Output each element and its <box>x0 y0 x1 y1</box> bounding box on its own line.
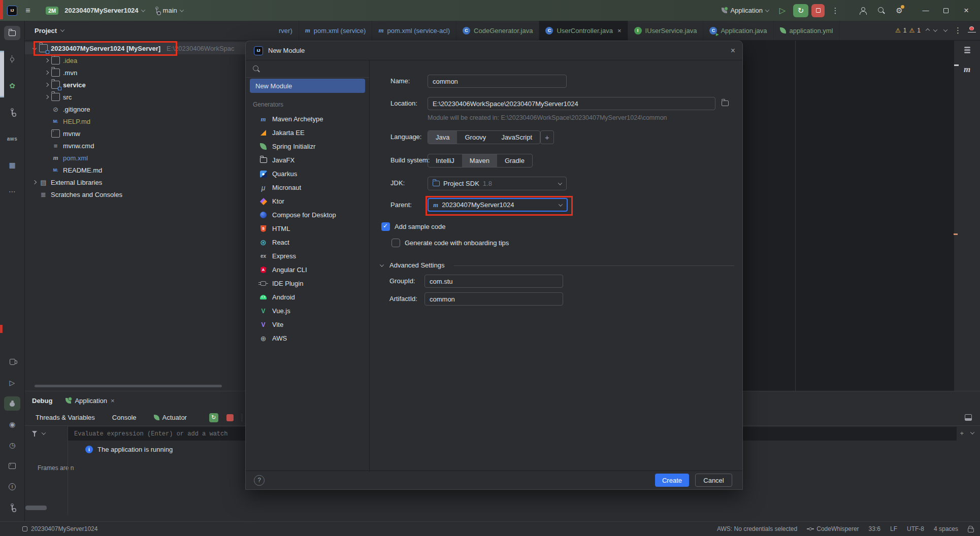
services-icon[interactable]: ◉ <box>4 417 20 431</box>
more-actions-button[interactable]: ⋮ <box>828 4 843 18</box>
run-icon[interactable]: ▷ <box>4 376 20 390</box>
run-button[interactable]: ▷ <box>775 4 790 18</box>
inspections-widget[interactable]: ⚠1 ⚠1 <box>895 27 937 34</box>
generator-item[interactable]: Compose for Desktop <box>246 208 369 222</box>
tree-chevron-icon[interactable] <box>45 83 49 87</box>
generator-item[interactable]: Android <box>246 290 369 304</box>
chevron-down-icon[interactable] <box>970 430 974 434</box>
status-item[interactable]: 4 spaces <box>934 525 958 532</box>
build-system-option[interactable]: Gradle <box>497 154 532 167</box>
debug-icon[interactable] <box>4 396 20 411</box>
notifications-bell-icon[interactable] <box>969 27 975 34</box>
add-watch-icon[interactable]: + <box>960 429 964 437</box>
branch-selector[interactable]: main <box>151 4 186 18</box>
artifactid-input[interactable] <box>424 292 563 306</box>
generator-item[interactable]: Ktor <box>246 194 369 208</box>
search-everywhere-button[interactable] <box>873 4 889 18</box>
close-session-icon[interactable]: × <box>111 397 115 405</box>
database-icon[interactable] <box>964 47 970 48</box>
stop-button[interactable] <box>811 4 825 17</box>
debug-view-tab[interactable]: Console <box>112 414 137 421</box>
tree-row[interactable]: M↓ README.md <box>25 164 269 176</box>
generator-item[interactable]: V Vue.js <box>246 304 369 318</box>
editor-tab[interactable]: C UserController.java × <box>539 21 628 40</box>
project-selector[interactable]: 20230407MyServer1024 <box>61 4 147 18</box>
generator-item[interactable]: Jakarta EE <box>246 126 369 140</box>
generator-item[interactable]: JavaFX <box>246 153 369 167</box>
tab-options-icon[interactable]: ⋮ <box>954 26 962 35</box>
add-language-button[interactable]: + <box>540 130 554 144</box>
close-window-button[interactable]: × <box>958 4 975 18</box>
tree-chevron-icon[interactable] <box>45 71 49 75</box>
debug-view-tab[interactable]: Actuator <box>154 414 187 421</box>
generator-item[interactable]: IDE Plugin <box>246 277 369 290</box>
prev-problem-icon[interactable] <box>926 28 930 32</box>
generator-item[interactable]: μ Micronaut <box>246 181 369 194</box>
commit-icon[interactable] <box>4 52 20 66</box>
language-option[interactable]: Java <box>428 131 457 144</box>
generator-item[interactable]: ⊕ AWS <box>246 331 369 345</box>
advanced-settings-chevron-icon[interactable] <box>380 262 384 266</box>
browse-folder-icon[interactable] <box>722 100 729 106</box>
tree-row[interactable]: m pom.xml <box>25 152 269 164</box>
status-item[interactable]: LF <box>890 525 897 532</box>
tree-row[interactable]: ≣ Scratches and Consoles <box>25 188 269 200</box>
editor-tab[interactable]: I IUserService.java <box>628 21 704 40</box>
location-input[interactable] <box>428 97 715 110</box>
maven-tool-icon[interactable]: m <box>964 64 970 75</box>
tree-row[interactable]: .idea <box>25 54 269 66</box>
editor-tab[interactable]: m pom.xml (service) <box>299 21 373 40</box>
add-sample-code-checkbox[interactable] <box>381 222 390 231</box>
name-input[interactable] <box>428 75 567 88</box>
status-item[interactable]: UTF-8 <box>907 525 924 532</box>
generator-item[interactable]: V Vite <box>246 318 369 331</box>
debug-view-tab[interactable]: Threads & Variables <box>36 414 95 421</box>
tree-row[interactable]: src <box>25 91 269 103</box>
tree-row[interactable]: ⊘ .gitignore <box>25 103 269 115</box>
add-user-button[interactable] <box>855 4 870 18</box>
nav-item-new-module[interactable]: New Module <box>250 79 365 93</box>
tree-row[interactable]: ≡ mvnw.cmd <box>25 140 269 152</box>
main-menu-button[interactable]: ≡ <box>20 4 36 18</box>
tree-chevron-icon[interactable] <box>45 95 49 99</box>
layout-settings-icon[interactable] <box>965 414 972 421</box>
editor-tab[interactable]: application.yml <box>774 21 840 40</box>
onboarding-tips-checkbox[interactable] <box>391 239 400 247</box>
rerun-debug-button[interactable]: ↻ <box>793 4 808 17</box>
chevron-down-icon[interactable] <box>42 430 46 434</box>
generator-item[interactable]: ex Express <box>246 249 369 263</box>
generator-item[interactable]: ⊛ React <box>246 236 369 249</box>
tree-chevron-icon[interactable] <box>32 180 37 184</box>
dialog-search-field[interactable] <box>246 60 369 78</box>
aws-icon[interactable]: aws <box>4 131 20 146</box>
generator-item[interactable]: 5 HTML <box>246 222 369 236</box>
groupid-input[interactable] <box>424 275 563 288</box>
stop-icon[interactable] <box>226 414 234 421</box>
settings-button[interactable]: ⚙ <box>892 4 907 18</box>
generator-item[interactable]: m Maven Archetype <box>246 112 369 126</box>
minimize-button[interactable]: — <box>917 4 934 18</box>
project-panel-header[interactable]: Project <box>25 27 269 35</box>
debug-session-tab[interactable]: Application × <box>66 397 114 405</box>
status-item[interactable]: CodeWhisperer <box>807 525 859 532</box>
status-item[interactable]: AWS: No credentials selected <box>717 525 797 532</box>
status-item[interactable]: 33:6 <box>869 525 880 532</box>
help-button[interactable]: ? <box>254 475 265 486</box>
next-problem-icon[interactable] <box>933 27 937 31</box>
cancel-button[interactable]: Cancel <box>695 474 732 487</box>
create-button[interactable]: Create <box>655 474 689 487</box>
project-folder-icon[interactable] <box>4 26 20 40</box>
tree-row[interactable]: service <box>25 79 269 91</box>
generator-item[interactable]: ◆ Quarkus <box>246 167 369 181</box>
tree-row[interactable]: mvnw <box>25 127 269 140</box>
status-module[interactable]: 20230407MyServer1024 <box>22 525 97 532</box>
generator-item[interactable]: A Angular CLI <box>246 263 369 277</box>
editor-tab[interactable]: C Application.java <box>703 21 773 40</box>
rerun-icon[interactable]: ↻ <box>209 413 218 422</box>
language-option[interactable]: Groovy <box>457 131 494 144</box>
tree-chevron-icon[interactable] <box>45 58 49 62</box>
terminal-icon[interactable] <box>4 459 20 473</box>
language-option[interactable]: JavaScript <box>494 131 540 144</box>
maximize-button[interactable] <box>937 4 955 18</box>
version-control-icon[interactable] <box>4 500 20 515</box>
